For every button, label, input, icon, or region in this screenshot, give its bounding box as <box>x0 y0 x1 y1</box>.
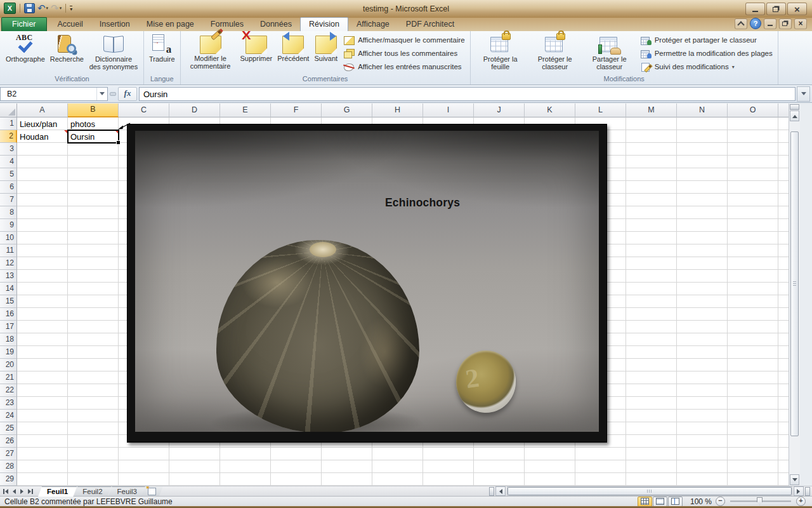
ribbon-button-modifier-le-commentaire[interactable]: Modifier le commentaire <box>183 32 238 71</box>
ribbon-button-permettre-la-modification-des-plages[interactable]: Permettre la modification des plages <box>641 48 773 58</box>
column-header-a[interactable]: A <box>17 104 68 117</box>
mini-close-button[interactable] <box>794 18 807 29</box>
column-header-b[interactable]: B <box>68 104 119 117</box>
row-header-6[interactable]: 6 <box>0 181 17 194</box>
mini-restore-button[interactable] <box>779 18 792 29</box>
mini-minimize-button[interactable] <box>764 18 776 29</box>
scroll-up-button[interactable] <box>790 110 799 121</box>
ribbon-button-precedent[interactable]: Précédent <box>275 32 311 63</box>
row-header-4[interactable]: 4 <box>0 156 17 168</box>
row-header-11[interactable]: 11 <box>0 244 17 257</box>
column-header-d[interactable]: D <box>169 104 220 117</box>
row-header-19[interactable]: 19 <box>0 346 17 359</box>
ribbon-button-traduire[interactable]: Traduire <box>147 32 178 64</box>
row-header-7[interactable]: 7 <box>0 194 17 206</box>
row-header-15[interactable]: 15 <box>0 295 17 308</box>
ribbon-button-recherche[interactable]: Recherche <box>48 32 86 64</box>
column-header-n[interactable]: N <box>677 104 728 117</box>
row-header-5[interactable]: 5 <box>0 168 17 181</box>
column-header-h[interactable]: H <box>372 104 423 117</box>
row-header-28[interactable]: 28 <box>0 460 17 473</box>
row-header-16[interactable]: 16 <box>0 308 17 321</box>
select-all-corner[interactable] <box>0 104 17 117</box>
cell-b2[interactable]: Oursin <box>68 130 119 143</box>
ribbon-button-suivant[interactable]: Suivant <box>311 32 340 63</box>
comment-image[interactable]: Echinochorys 2 <box>127 124 607 443</box>
horizontal-scroll-thumb[interactable] <box>508 487 792 495</box>
restore-button[interactable] <box>766 3 786 15</box>
row-header-21[interactable]: 21 <box>0 371 17 384</box>
column-header-e[interactable]: E <box>220 104 271 117</box>
row-header-22[interactable]: 22 <box>0 384 17 397</box>
row-header-18[interactable]: 18 <box>0 333 17 346</box>
collapse-ribbon-button[interactable] <box>735 18 747 29</box>
view-page-break-button[interactable] <box>668 497 683 507</box>
name-box-dropdown-icon[interactable] <box>96 88 107 100</box>
sheet-nav-last-button[interactable] <box>27 487 34 495</box>
row-header-24[interactable]: 24 <box>0 410 17 422</box>
help-button[interactable] <box>750 18 761 29</box>
close-button[interactable] <box>787 3 807 15</box>
zoom-in-button[interactable]: + <box>796 497 806 506</box>
ribbon-button-orthographe[interactable]: Orthographe <box>3 32 48 64</box>
tab-pdf-architect[interactable]: PDF Architect <box>398 18 462 31</box>
scroll-split-handle[interactable] <box>805 487 810 496</box>
column-header-g[interactable]: G <box>322 104 372 117</box>
horizontal-scrollbar[interactable] <box>507 486 792 496</box>
row-header-14[interactable]: 14 <box>0 283 17 295</box>
row-header-12[interactable]: 12 <box>0 257 17 270</box>
ribbon-button-proteger-le-classeur[interactable]: Protéger le classeur <box>528 32 582 72</box>
formula-bar-expand-button[interactable] <box>797 86 810 102</box>
view-page-layout-button[interactable] <box>653 497 667 507</box>
vertical-split-handle[interactable] <box>790 104 799 110</box>
cell-a1[interactable]: Lieux/plan <box>17 117 68 130</box>
tab-accueil[interactable]: Accueil <box>49 18 91 31</box>
insert-function-button[interactable]: fx <box>118 87 137 101</box>
row-header-9[interactable]: 9 <box>0 219 17 232</box>
column-header-j[interactable]: J <box>474 104 525 117</box>
minimize-button[interactable] <box>745 3 765 15</box>
zoom-level[interactable]: 100 % <box>690 497 712 506</box>
cell-a2[interactable]: Houdan <box>17 130 68 143</box>
row-header-10[interactable]: 10 <box>0 232 17 244</box>
column-header-l[interactable]: L <box>575 104 626 117</box>
ribbon-button-afficher-les-entrees-manuscrites[interactable]: Afficher les entrées manuscrites <box>344 62 465 72</box>
ribbon-button-afficher-masquer-le-commentaire[interactable]: Afficher/masquer le commentaire <box>344 35 465 45</box>
name-box-splitter[interactable] <box>108 92 118 96</box>
tab-split-handle[interactable] <box>489 487 494 496</box>
row-header-29[interactable]: 29 <box>0 473 17 486</box>
tab-affichage[interactable]: Affichage <box>348 18 398 31</box>
row-header-13[interactable]: 13 <box>0 270 17 283</box>
scroll-left-button[interactable] <box>495 486 506 496</box>
sheet-nav-first-button[interactable] <box>2 487 10 495</box>
row-header-3[interactable]: 3 <box>0 143 17 156</box>
row-header-17[interactable]: 17 <box>0 321 17 333</box>
zoom-slider[interactable] <box>730 500 791 503</box>
row-header-20[interactable]: 20 <box>0 359 17 371</box>
column-header-k[interactable]: K <box>525 104 575 117</box>
cell-b1[interactable]: photos <box>68 117 119 130</box>
column-header-m[interactable]: M <box>626 104 677 117</box>
scroll-down-button[interactable] <box>790 474 799 485</box>
ribbon-button-proteger-et-partager-le-classeur[interactable]: Protéger et partager le classeur <box>641 35 773 45</box>
name-box[interactable]: B2 <box>0 87 108 101</box>
column-header-f[interactable]: F <box>271 104 322 117</box>
vertical-scrollbar[interactable] <box>789 104 800 486</box>
row-header-26[interactable]: 26 <box>0 435 17 448</box>
ribbon-button-suivi-des-modifications[interactable]: Suivi des modifications▾ <box>641 62 773 72</box>
ribbon-button-supprimer[interactable]: Supprimer <box>238 32 275 63</box>
sheet-nav-prev-button[interactable] <box>10 487 18 495</box>
column-header-o[interactable]: O <box>728 104 778 117</box>
formula-input[interactable]: Oursin <box>139 87 796 101</box>
sheet-tab-feuil1[interactable]: Feuil1 <box>38 486 77 497</box>
row-header-8[interactable]: 8 <box>0 206 17 219</box>
tab-mise-en-page[interactable]: Mise en page <box>138 18 202 31</box>
scroll-right-button[interactable] <box>794 486 804 496</box>
ribbon-button-dictionnaire-des-synonymes[interactable]: Dictionnaire des synonymes <box>86 32 141 72</box>
tab-fichier[interactable]: Fichier <box>1 17 47 31</box>
sheet-nav-next-button[interactable] <box>18 487 26 495</box>
insert-sheet-button[interactable] <box>141 486 163 496</box>
row-header-23[interactable]: 23 <box>0 397 17 410</box>
tab-revision[interactable]: Révision <box>300 17 348 32</box>
ribbon-button-afficher-tous-les-commentaires[interactable]: Afficher tous les commentaires <box>344 48 465 58</box>
